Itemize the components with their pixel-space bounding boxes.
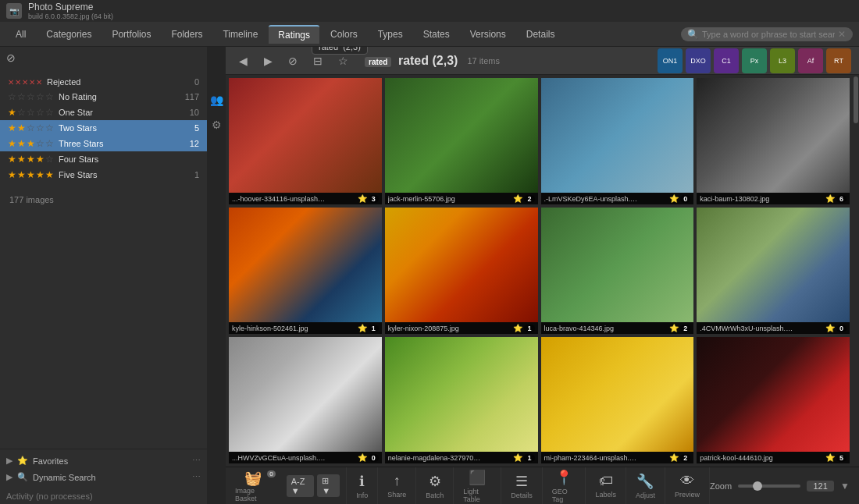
rating-row-no-rating[interactable]: ☆ ☆ ☆ ☆ ☆ No Rating 117 <box>0 89 207 105</box>
pixelmator-icon[interactable]: Px <box>742 48 767 73</box>
dxo-icon[interactable]: DXO <box>686 48 711 73</box>
light-table-button[interactable]: ⬛ Light Table <box>454 467 501 504</box>
favorites-item[interactable]: ▶ ⭐ Favorites ⋯ <box>0 453 207 469</box>
forward-button[interactable]: ▶ <box>258 51 277 70</box>
thumb-image-4 <box>229 208 382 322</box>
rawtherapee-icon[interactable]: RT <box>826 48 851 73</box>
thumb-rating-2: ⭐ 0 <box>669 194 690 203</box>
luminar-icon[interactable]: L3 <box>770 48 795 73</box>
sidebar-ratings: ✕ ✕ ✕ ✕ ✕ Rejected 0 ☆ ☆ ☆ ☆ ☆ No Rati <box>0 69 207 189</box>
rating-row-three-stars[interactable]: ★ ★ ★ ☆ ☆ Three Stars 12 <box>0 136 207 151</box>
tab-details[interactable]: Details <box>517 26 565 43</box>
adjust-button[interactable]: 🔧 Adjust <box>626 467 665 504</box>
app-icon: 📷 <box>6 3 22 19</box>
thumb-rating-6: ⭐ 2 <box>669 324 690 332</box>
adjust-icon: 🔧 <box>636 473 654 490</box>
users-icon[interactable]: 👥 <box>210 94 223 106</box>
batch-button[interactable]: ⚙ Batch <box>416 467 454 504</box>
info-button[interactable]: ℹ Info <box>347 467 378 504</box>
share-button[interactable]: ↑ Share <box>378 467 416 504</box>
tab-versions[interactable]: Versions <box>461 26 515 43</box>
scrollbar-thumb[interactable] <box>854 76 858 123</box>
filter-icon[interactable]: ⊘ <box>6 51 16 64</box>
details-button[interactable]: ☰ Details <box>501 467 543 504</box>
basket-icon: 🧺 <box>244 470 262 487</box>
thumb-label-11: patrick-kool-444610.jpg ⭐ 5 <box>697 452 850 463</box>
image-basket-button[interactable]: 0 🧺 Image Basket <box>226 467 280 504</box>
thumb-1[interactable]: jack-merlin-55706.jpg ⭐ 2 <box>385 78 538 204</box>
tab-all[interactable]: All <box>6 26 35 43</box>
rating-row-one-star[interactable]: ★ ☆ ☆ ☆ ☆ One Star 10 <box>0 105 207 120</box>
rating-row-two-stars[interactable]: ★ ★ ☆ ☆ ☆ Two Stars 5 <box>0 120 207 136</box>
gallery-scrollbar[interactable] <box>853 75 859 467</box>
gallery-area: ...-hoover-334116-unsplash.jpg ⭐ 3 jack-… <box>226 75 859 467</box>
sidebar-side-icons: 👥 ⚙ <box>207 47 226 504</box>
rating-row-rejected[interactable]: ✕ ✕ ✕ ✕ ✕ Rejected 0 <box>0 75 207 89</box>
preview-button[interactable]: 👁 Preview <box>665 467 710 504</box>
favorites-menu-icon[interactable]: ⋯ <box>192 456 201 466</box>
favorites-icon: ⭐ <box>17 456 28 466</box>
tab-portfolios[interactable]: Portfolios <box>102 26 160 43</box>
thumb-label-4: kyle-hinkson-502461.jpg ⭐ 1 <box>229 322 382 334</box>
zoom-slider[interactable] <box>738 484 800 488</box>
sidebar-image-count: 177 images <box>0 189 207 211</box>
thumb-image-9 <box>385 337 538 452</box>
details-icon: ☰ <box>515 473 528 490</box>
labels-icon: 🏷 <box>599 473 613 489</box>
sidebar-panels: ▶ ⭐ Favorites ⋯ ▶ 🔍 Dynamic Search ⋯ Act… <box>0 449 207 504</box>
sort-az-button[interactable]: A-Z ▼ <box>287 475 315 497</box>
tab-ratings[interactable]: Ratings <box>269 25 319 44</box>
five-stars-count: 1 <box>180 170 199 179</box>
tab-timeline[interactable]: Timeline <box>213 26 267 43</box>
thumb-6[interactable]: luca-bravo-414346.jpg ⭐ 2 <box>541 208 694 334</box>
share-icon: ↑ <box>394 473 401 489</box>
thumb-2[interactable]: .-LmVSKeDy6EA-unsplash.jpg ⭐ 0 <box>541 78 694 204</box>
thumb-filename-2: .-LmVSKeDy6EA-unsplash.jpg <box>544 195 638 203</box>
thumb-8[interactable]: ...HWVZvGCEuA-unsplash.jpg ⭐ 0 <box>229 337 382 463</box>
search-input[interactable] <box>702 30 835 39</box>
thumb-7[interactable]: .4CVMWrWh3xU-unsplash.jpg ⭐ 0 <box>697 208 850 334</box>
thumb-0[interactable]: ...-hoover-334116-unsplash.jpg ⭐ 3 <box>229 78 382 204</box>
rejected-stars: ✕ ✕ ✕ ✕ ✕ <box>8 78 42 87</box>
details-label: Details <box>511 492 533 499</box>
grid-view-button[interactable]: ⊞ ▼ <box>317 474 340 497</box>
thumb-rating-3: ⭐ 6 <box>825 194 847 203</box>
settings-icon[interactable]: ⚙ <box>212 119 222 131</box>
thumb-10[interactable]: mi-pham-223464-unsplash.jpg ⭐ 2 <box>541 337 694 463</box>
thumb-4[interactable]: kyle-hinkson-502461.jpg ⭐ 1 <box>229 208 382 334</box>
thumb-rating-1: ⭐ 2 <box>513 194 534 203</box>
thumb-label-0: ...-hoover-334116-unsplash.jpg ⭐ 3 <box>229 193 382 204</box>
thumb-11[interactable]: patrick-kool-444610.jpg ⭐ 5 <box>697 337 850 463</box>
three-stars-label: Three Stars <box>59 139 175 148</box>
tab-states[interactable]: States <box>414 26 459 43</box>
tab-colors[interactable]: Colors <box>321 26 367 43</box>
tab-types[interactable]: Types <box>369 26 412 43</box>
on1-icon[interactable]: ON1 <box>658 48 683 73</box>
reject-x-5: ✕ <box>36 78 42 87</box>
thumb-image-2 <box>541 78 694 193</box>
search-clear-icon[interactable]: ✕ <box>838 29 846 40</box>
dynamic-search-item[interactable]: ▶ 🔍 Dynamic Search ⋯ <box>0 469 207 485</box>
zoom-dropdown-icon[interactable]: ▼ <box>840 481 850 492</box>
thumb-filename-5: kyler-nixon-208875.jpg <box>388 325 459 332</box>
thumb-image-3 <box>697 78 850 193</box>
filter-button[interactable]: ⊘ <box>283 51 302 70</box>
dynamic-search-menu-icon[interactable]: ⋯ <box>192 472 201 482</box>
rating-row-four-stars[interactable]: ★ ★ ★ ★ ☆ Four Stars <box>0 151 207 167</box>
tab-folders[interactable]: Folders <box>162 26 212 43</box>
affinity-icon[interactable]: Af <box>798 48 823 73</box>
no-rating-stars: ☆ ☆ ☆ ☆ ☆ <box>8 91 54 102</box>
thumb-rating-5: ⭐ 1 <box>513 324 534 332</box>
labels-button[interactable]: 🏷 Labels <box>586 467 626 504</box>
search-box[interactable]: 🔍 ✕ <box>681 27 853 41</box>
capture-one-icon[interactable]: C1 <box>714 48 739 73</box>
geo-tag-button[interactable]: 📍 GEO Tag <box>543 467 586 504</box>
back-button[interactable]: ◀ <box>233 51 252 70</box>
tab-categories[interactable]: Categories <box>37 26 101 43</box>
thumb-5[interactable]: kyler-nixon-208875.jpg ⭐ 1 <box>385 208 538 334</box>
rated-tag: rated <box>365 57 391 67</box>
thumb-9[interactable]: nelanie-magdalena-327970.jpg ⭐ 1 <box>385 337 538 463</box>
rating-row-five-stars[interactable]: ★ ★ ★ ★ ★ Five Stars 1 <box>0 167 207 183</box>
thumb-filename-11: patrick-kool-444610.jpg <box>700 454 773 462</box>
thumb-3[interactable]: kaci-baum-130802.jpg ⭐ 6 <box>697 78 850 204</box>
